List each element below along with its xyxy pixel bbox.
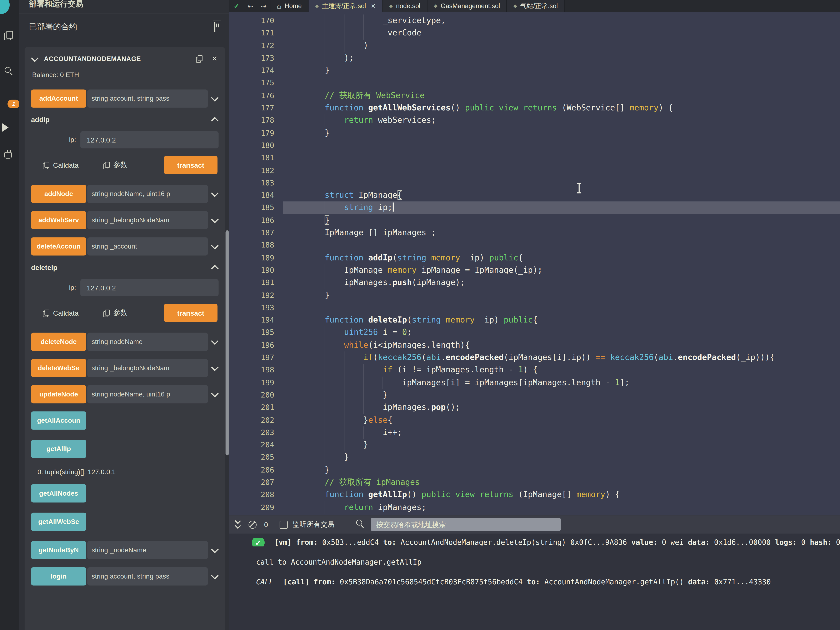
code-line: 205 } [229,451,840,464]
function-args-input[interactable]: string account, string pass [87,567,208,586]
call-function-button[interactable]: getAllIp [31,440,86,458]
remove-contract-icon[interactable]: ✕ [212,55,218,63]
function-args-input[interactable]: string _belongtoNodeNam [87,359,208,377]
indent-guide-icon [344,364,344,376]
call-function-button[interactable]: getAllNodes [31,485,86,502]
nav-back-icon[interactable]: ⇠ [244,0,257,12]
contract-name[interactable]: ACCOUNTANDNODEMANAGE [44,55,196,63]
line-number: 184 [229,189,283,202]
code-line: 189 function addIp(string memory _ip) pu… [229,252,840,264]
transact-function-button[interactable]: addNode [31,185,86,203]
calldata-button[interactable]: Calldata [43,161,79,169]
log-text: call to AccountAndNodeManager.getAllIp [256,558,422,566]
tab-file[interactable]: ◆node.sol [383,0,427,12]
terminal-logs: ✓[vm] from: 0x5B3...eddC4 to: AccountAnd… [229,534,840,630]
indent-guide-icon [325,451,325,464]
line-number: 204 [229,439,283,451]
function-group-name: addIp [31,115,50,124]
tab-file[interactable]: ◆气站/正常.sol [507,0,565,12]
transact-function-button[interactable]: deleteWebSe [31,359,86,377]
terminal-search-icon [356,519,365,530]
function-group-name: deleteIp [31,264,57,272]
function-args-input[interactable]: string _belongtoNodeNam [87,211,208,229]
function-args-input[interactable]: string nodeName, uint16 p [87,385,208,403]
chevron-down-icon[interactable] [211,242,218,249]
function-args-input[interactable]: string nodeName [87,333,208,351]
listen-transactions-checkbox[interactable] [280,520,288,529]
line-number: 190 [229,264,283,277]
delete-all-contracts-button[interactable] [215,22,215,32]
terminal-log-row[interactable]: ✓[vm] from: 0x5B3...eddC4 to: AccountAnd… [229,538,840,546]
chevron-down-icon[interactable] [211,94,218,101]
terminal-toolbar: 0 监听所有交易 [229,515,840,534]
expand-terminal-icon[interactable] [235,519,240,529]
trash-icon [215,22,215,32]
parameters-button[interactable]: 参数 [103,160,128,170]
tab-file[interactable]: ◆GasManagement.sol [427,0,507,12]
call-function-button[interactable]: login [31,567,86,586]
chevron-down-icon[interactable] [211,363,218,371]
code-line: 182 [229,164,840,177]
code-editor[interactable]: 170 _servicetype,171 _verCode172 )173 );… [229,12,840,515]
code-line: 188 [229,239,840,252]
deploy-run-icon[interactable] [2,123,8,132]
copy-address-icon[interactable] [196,55,202,62]
nav-forward-icon[interactable]: ⇢ [257,0,270,12]
calldata-button[interactable]: Calldata [43,309,79,317]
transact-function-button[interactable]: deleteAccoun [31,237,86,256]
transact-button[interactable]: transact [164,304,218,322]
code-line: 183 [229,177,840,189]
transact-function-button[interactable]: addAccount [31,89,86,107]
tab-label: 气站/正常.sol [520,1,558,10]
call-function-button[interactable]: getAllWebSe [31,513,86,531]
parameters-button[interactable]: 参数 [103,308,128,318]
terminal-log-row[interactable]: CALL[call] from: 0x5B38Da6a701c568545dCf… [229,578,840,586]
line-number: 205 [229,451,283,464]
close-tab-icon[interactable]: ✕ [371,3,376,9]
function-args-input[interactable]: string _nodeName [87,541,208,559]
tab-home[interactable]: ⌂ Home [270,0,309,12]
function-row: loginstring account, string pass [31,567,218,586]
indent-guide-icon [325,352,325,364]
chevron-up-icon[interactable] [211,265,218,272]
chevron-up-icon[interactable] [211,117,218,124]
terminal-log-row[interactable]: call to AccountAndNodeManager.getAllIp [229,558,840,566]
function-args-input[interactable]: string _account [87,237,208,256]
chevron-down-icon[interactable] [211,337,218,345]
function-args-input[interactable]: string nodeName, uint16 p [87,185,208,203]
search-icon[interactable] [5,66,13,75]
param-value-input[interactable]: 127.0.0.2 [81,279,218,296]
solidity-file-icon: ◆ [315,3,319,8]
line-number: 197 [229,352,283,364]
sidebar-scrollbar[interactable] [226,231,229,455]
line-number: 177 [229,102,283,114]
function-row: deleteNodestring nodeName [31,333,218,351]
transact-function-button[interactable]: updateNode [31,385,86,403]
code-line: 206 } [229,464,840,476]
terminal-search-input[interactable] [371,518,561,531]
file-explorer-icon[interactable] [5,31,12,39]
chevron-down-icon[interactable] [211,572,218,579]
tab-file[interactable]: ◆主建涛/正常.sol✕ [309,0,383,12]
transact-function-button[interactable]: deleteNode [31,333,86,351]
line-number: 201 [229,401,283,414]
plugin-icon[interactable] [5,152,12,158]
clear-console-icon[interactable] [248,520,257,529]
chevron-down-icon[interactable] [211,546,218,553]
chevron-down-icon[interactable] [211,390,218,397]
log-text: [vm] from: 0x5B3...eddC4 to: AccountAndN… [275,538,840,546]
call-function-button[interactable]: getAllAccoun [31,412,86,429]
calldata-label: Calldata [53,161,79,169]
line-number: 172 [229,39,283,52]
transact-function-button[interactable]: addWebServ [31,211,86,229]
param-value-input[interactable]: 127.0.0.2 [81,131,218,148]
line-number: 206 [229,464,283,476]
call-function-button[interactable]: getNodeByN [31,541,86,559]
line-number: 208 [229,489,283,501]
transact-button[interactable]: transact [164,156,218,174]
chevron-down-icon[interactable] [31,54,38,62]
function-args-input[interactable]: string account, string pass [87,89,208,107]
code-line: 208 function getAllIp() public view retu… [229,489,840,501]
chevron-down-icon[interactable] [211,189,218,197]
chevron-down-icon[interactable] [211,216,218,223]
